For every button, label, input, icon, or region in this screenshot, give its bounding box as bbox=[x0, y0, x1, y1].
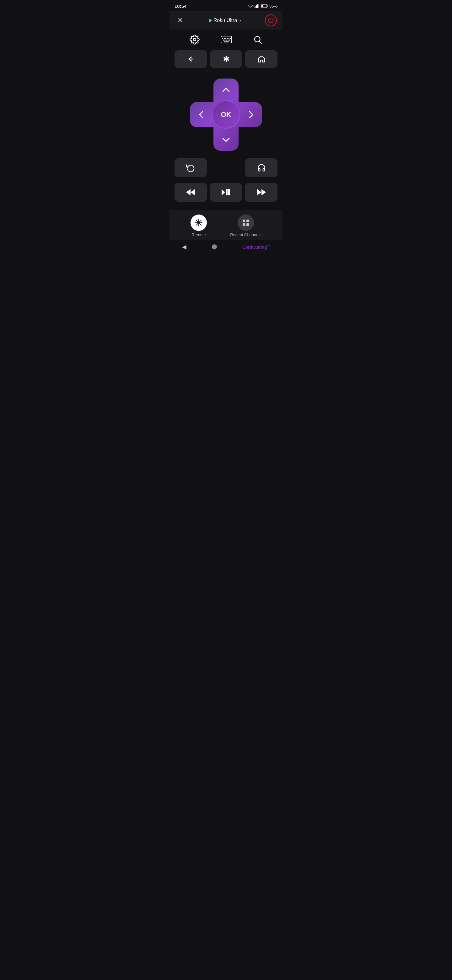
search-button[interactable] bbox=[253, 35, 262, 44]
channels-nav-icon bbox=[238, 215, 254, 231]
android-back-button[interactable]: ◀ bbox=[182, 243, 186, 250]
dpad: OK bbox=[190, 78, 262, 151]
power-icon bbox=[268, 17, 274, 24]
svg-marker-27 bbox=[222, 189, 225, 196]
svg-rect-6 bbox=[261, 5, 263, 7]
svg-rect-12 bbox=[227, 38, 228, 39]
headphone-button[interactable] bbox=[245, 158, 278, 177]
nav-item-recent-channels[interactable]: Recent Channels bbox=[230, 215, 262, 237]
android-nav-bar: ◀ CordCutting™ bbox=[170, 240, 282, 255]
status-bar: 10:54 35% bbox=[170, 0, 282, 11]
status-icons: 35% bbox=[247, 4, 278, 8]
svg-rect-39 bbox=[243, 223, 245, 226]
bottom-nav: Remote Recent Channels bbox=[170, 210, 282, 240]
svg-marker-31 bbox=[262, 189, 266, 196]
close-button[interactable]: ✕ bbox=[175, 15, 185, 25]
nav-item-remote[interactable]: Remote bbox=[190, 215, 207, 237]
dpad-right-button[interactable] bbox=[242, 102, 260, 127]
svg-rect-0 bbox=[255, 6, 255, 8]
svg-rect-5 bbox=[267, 5, 267, 7]
device-name: Roku Ultra bbox=[213, 18, 237, 23]
battery-percentage: 35% bbox=[269, 4, 278, 8]
svg-rect-10 bbox=[224, 38, 225, 39]
top-bar: ✕ Roku Ultra ▾ bbox=[170, 11, 282, 30]
battery-icon bbox=[261, 4, 268, 8]
channels-nav-label: Recent Channels bbox=[230, 232, 262, 237]
svg-rect-13 bbox=[228, 38, 230, 39]
dpad-down-button[interactable] bbox=[213, 131, 239, 148]
svg-rect-3 bbox=[259, 4, 259, 8]
svg-rect-19 bbox=[229, 40, 230, 41]
svg-rect-37 bbox=[243, 220, 245, 222]
replay-button[interactable] bbox=[174, 158, 207, 177]
svg-rect-1 bbox=[256, 5, 257, 8]
svg-rect-18 bbox=[228, 40, 228, 41]
svg-rect-14 bbox=[230, 38, 231, 39]
svg-text:✱: ✱ bbox=[223, 55, 230, 63]
svg-rect-9 bbox=[222, 38, 223, 39]
rewind-button[interactable] bbox=[174, 183, 207, 202]
svg-rect-15 bbox=[223, 40, 224, 41]
remote-nav-label: Remote bbox=[192, 232, 206, 237]
signal-icon bbox=[255, 4, 259, 8]
svg-rect-29 bbox=[228, 189, 230, 196]
svg-point-21 bbox=[255, 37, 260, 42]
svg-point-7 bbox=[193, 38, 196, 41]
svg-rect-17 bbox=[226, 40, 227, 41]
dpad-left-button[interactable] bbox=[192, 102, 210, 127]
svg-rect-40 bbox=[246, 223, 249, 226]
ok-button[interactable]: OK bbox=[212, 100, 240, 129]
remote-nav-icon bbox=[190, 215, 207, 231]
svg-marker-25 bbox=[186, 189, 190, 196]
media-row bbox=[170, 154, 282, 180]
device-selector[interactable]: Roku Ultra ▾ bbox=[209, 18, 242, 23]
android-home-button[interactable] bbox=[212, 244, 217, 250]
svg-rect-28 bbox=[226, 189, 228, 196]
fast-forward-button[interactable] bbox=[245, 183, 278, 202]
toolbar-row bbox=[170, 30, 282, 48]
connection-indicator bbox=[209, 19, 212, 22]
svg-rect-2 bbox=[257, 5, 258, 8]
svg-marker-30 bbox=[257, 189, 262, 196]
cordcutting-logo: CordCutting™ bbox=[242, 244, 270, 250]
dpad-container: OK bbox=[170, 72, 282, 154]
dpad-up-button[interactable] bbox=[213, 81, 239, 98]
keyboard-button[interactable] bbox=[220, 35, 232, 44]
chevron-down-icon: ▾ bbox=[239, 19, 241, 22]
wifi-icon bbox=[247, 4, 253, 8]
svg-rect-16 bbox=[224, 40, 225, 41]
home-button[interactable] bbox=[245, 50, 278, 68]
status-time: 10:54 bbox=[174, 3, 186, 9]
power-button[interactable] bbox=[265, 14, 277, 26]
svg-line-22 bbox=[260, 41, 262, 44]
svg-rect-20 bbox=[224, 41, 229, 42]
playback-row bbox=[170, 180, 282, 207]
asterisk-button[interactable]: ✱ bbox=[210, 50, 242, 68]
back-button[interactable] bbox=[174, 50, 207, 68]
action-row: ✱ bbox=[170, 48, 282, 72]
svg-marker-26 bbox=[190, 189, 195, 196]
settings-button[interactable] bbox=[190, 35, 200, 45]
svg-rect-38 bbox=[246, 220, 249, 222]
play-pause-button[interactable] bbox=[210, 183, 242, 202]
svg-rect-11 bbox=[225, 38, 226, 39]
